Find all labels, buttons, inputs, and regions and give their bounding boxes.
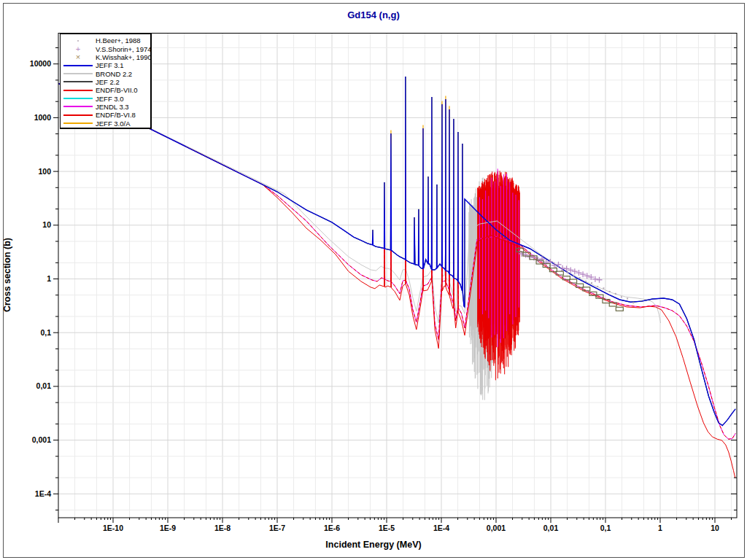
legend-item-jef-2.2: JEF 2.2 — [61, 78, 150, 86]
line-marker-icon — [61, 90, 96, 91]
legend-item-jeff-3.0-a: JEFF 3.0/A — [61, 119, 150, 127]
plot-frame — [58, 34, 737, 518]
svg-text:100: 100 — [38, 167, 51, 176]
legend-item-endf-b-vii.0: ENDF/B-VII.0 — [61, 86, 150, 94]
svg-text:10: 10 — [42, 220, 51, 229]
legend-box: H.Beer+, 1988+V.S.Shorin+, 1974×K.Wissha… — [60, 34, 152, 129]
dot-marker-icon — [61, 40, 96, 42]
line-marker-icon — [61, 73, 96, 74]
legend-item-k.wisshak-1990: ×K.Wisshak+, 1990 — [61, 53, 150, 61]
svg-text:1E-5: 1E-5 — [379, 524, 395, 532]
series-jendl-3.3 — [58, 84, 735, 440]
svg-text:0,1: 0,1 — [40, 328, 51, 337]
legend-item-endf-b-vi.8: ENDF/B-VI.8 — [61, 111, 150, 119]
line-marker-icon — [61, 98, 96, 99]
y-axis-label: Cross section (b) — [2, 151, 12, 399]
svg-text:1E-4: 1E-4 — [433, 524, 449, 532]
legend-item-label: K.Wisshak+, 1990 — [96, 53, 152, 61]
svg-text:1E-4: 1E-4 — [35, 489, 51, 498]
svg-text:1E-7: 1E-7 — [269, 524, 285, 532]
svg-text:1E-6: 1E-6 — [324, 524, 340, 532]
legend-item-label: ENDF/B-VII.0 — [96, 86, 138, 94]
svg-text:0,001: 0,001 — [32, 435, 51, 444]
series-endf-b-vii.0 — [58, 84, 735, 440]
legend-item-label: JENDL 3.3 — [96, 103, 129, 111]
svg-text:10: 10 — [711, 524, 719, 532]
axis-tick-labels: 1E-101E-91E-81E-71E-61E-51E-40,0010,010,… — [30, 59, 719, 532]
line-marker-icon — [61, 81, 96, 82]
svg-text:0,01: 0,01 — [543, 524, 559, 532]
legend-item-brond-2.2: BROND 2.2 — [61, 69, 150, 77]
svg-text:0,01: 0,01 — [36, 381, 52, 390]
line-marker-icon — [61, 106, 96, 107]
line-marker-icon — [61, 65, 96, 66]
legend-item-label: ENDF/B-VI.8 — [96, 111, 136, 119]
series-jeff-3.1 — [58, 77, 735, 426]
legend-item-label: BROND 2.2 — [96, 70, 132, 78]
svg-text:1: 1 — [658, 524, 662, 532]
svg-text:0,1: 0,1 — [600, 524, 611, 532]
legend-item-jendl-3.3: JENDL 3.3 — [61, 103, 150, 111]
legend-item-label: JEF 2.2 — [96, 78, 120, 86]
line-marker-icon — [61, 114, 96, 116]
legend-item-jeff-3.0: JEFF 3.0 — [61, 94, 150, 102]
svg-text:1E-8: 1E-8 — [214, 524, 231, 532]
application-window: Gd154 (n,g) 1E-101E-91E-81E-71E-61E-51E-… — [0, 0, 747, 560]
plus-marker-icon: + — [61, 46, 96, 52]
legend-item-label: JEFF 3.0 — [96, 95, 124, 103]
unresolved-resonance-bands — [469, 168, 519, 400]
x-axis-label: Incident Energy (MeV) — [0, 540, 747, 550]
svg-text:0,001: 0,001 — [487, 524, 506, 532]
series-jeff-3.0-a — [58, 77, 735, 426]
series-curves — [58, 77, 735, 478]
svg-text:1E-10: 1E-10 — [103, 524, 123, 532]
legend-item-h.beer-1988: H.Beer+, 1988 — [61, 36, 150, 44]
svg-text:10000: 10000 — [30, 59, 51, 68]
svg-text:1: 1 — [47, 274, 51, 283]
svg-text:1E-9: 1E-9 — [160, 524, 176, 532]
legend-item-label: JEFF 3.0/A — [96, 120, 131, 128]
gridlines — [58, 34, 737, 518]
axis-ticks — [53, 48, 737, 523]
series-jef-2.2 — [58, 77, 735, 426]
x-marker-icon: × — [61, 54, 96, 60]
svg-text:1000: 1000 — [34, 113, 52, 122]
series-endf-b-vi.8 — [58, 84, 735, 478]
line-marker-icon — [61, 122, 96, 124]
series-jeff-3.0 — [58, 77, 735, 426]
legend-item-label: V.S.Shorin+, 1974 — [96, 45, 152, 53]
legend-item-jeff-3.1: JEFF 3.1 — [61, 61, 150, 69]
legend-item-label: H.Beer+, 1988 — [96, 36, 141, 44]
legend-item-label: JEFF 3.1 — [96, 61, 124, 69]
legend-item-v.s.shorin-1974: +V.S.Shorin+, 1974 — [61, 44, 150, 52]
